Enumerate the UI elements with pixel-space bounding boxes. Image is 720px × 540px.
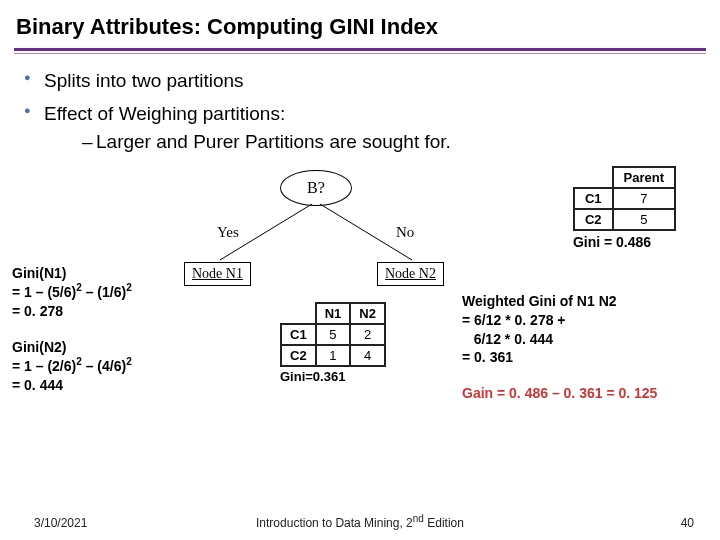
gini-n1-l2b: – (1/6) [82,284,126,300]
split-gini: Gini=0.361 [280,369,386,384]
parent-header: Parent [613,167,675,188]
tree-edges [172,202,462,262]
gain-formula: Gain = 0. 486 – 0. 361 = 0. 125 [462,384,657,403]
node-n1: Node N1 [184,262,251,286]
parent-c2-label: C2 [574,209,613,230]
gini-n2-formula: Gini(N2) = 1 – (2/6)2 – (4/6)2 = 0. 444 [12,338,132,395]
split-h-n2: N2 [350,303,385,324]
split-c1-n2: 2 [350,324,385,345]
split-c2-n1: 1 [316,345,351,366]
sup2-icon: 2 [126,356,132,367]
edge-label-yes: Yes [217,224,239,241]
split-table: N1N2 C152 C214 Gini=0.361 [280,302,386,384]
gini-n1-formula: Gini(N1) = 1 – (5/6)2 – (1/6)2 = 0. 278 [12,264,132,321]
gini-n2-l3: = 0. 444 [12,377,63,393]
tree-root: B? [280,170,352,206]
parent-gini: Gini = 0.486 [573,234,676,250]
footer-mid-sup: nd [413,513,424,524]
weighted-gini: Weighted Gini of N1 N2 = 6/12 * 0. 278 +… [462,292,617,368]
sub-bullet: –Larger and Purer Partitions are sought … [44,129,698,156]
bullet-list: Splits into two partitions Effect of Wei… [22,68,698,156]
gini-n2-l1: Gini(N2) [12,339,66,355]
parent-table: Parent C17 C25 Gini = 0.486 [573,166,676,250]
weighted-l2: = 6/12 * 0. 278 + [462,312,566,328]
gini-n2-l2a: = 1 – (2/6) [12,358,76,374]
split-c2-n2: 4 [350,345,385,366]
node-n2: Node N2 [377,262,444,286]
footer-mid-post: Edition [424,516,464,530]
page-title: Binary Attributes: Computing GINI Index [0,0,720,48]
gini-n1-l3: = 0. 278 [12,303,63,319]
edge-label-no: No [396,224,414,241]
gini-n1-l2a: = 1 – (5/6) [12,284,76,300]
weighted-l1: Weighted Gini of N1 N2 [462,293,617,309]
gini-n2-l2b: – (4/6) [82,358,126,374]
weighted-l4: = 0. 361 [462,349,513,365]
parent-c1-label: C1 [574,188,613,209]
parent-c2-val: 5 [613,209,675,230]
slide-body: Splits into two partitions Effect of Wei… [0,54,720,466]
split-c1-n1: 5 [316,324,351,345]
weighted-l3: 6/12 * 0. 444 [462,331,553,347]
gini-n1-l1: Gini(N1) [12,265,66,281]
parent-c1-val: 7 [613,188,675,209]
sup2-icon: 2 [126,282,132,293]
split-c1-label: C1 [281,324,316,345]
sub-bullet-text: Larger and Purer Partitions are sought f… [96,131,451,152]
bullet-weighing-text: Effect of Weighing partitions: [44,103,285,124]
footer-mid-pre: Introduction to Data Mining, 2 [256,516,413,530]
footer-page: 40 [681,516,694,530]
bullet-splits: Splits into two partitions [22,68,698,95]
split-c2-label: C2 [281,345,316,366]
footer-title: Introduction to Data Mining, 2nd Edition [0,516,720,530]
split-h-n1: N1 [316,303,351,324]
bullet-weighing: Effect of Weighing partitions: –Larger a… [22,101,698,156]
